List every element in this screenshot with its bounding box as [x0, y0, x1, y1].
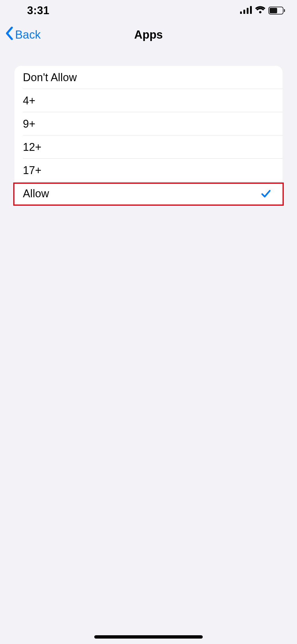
option-cell[interactable]: 9+	[14, 112, 283, 135]
option-cell[interactable]: 12+	[14, 135, 283, 159]
back-button[interactable]: Back	[5, 27, 41, 43]
svg-rect-1	[243, 10, 245, 14]
status-bar: 3:31	[0, 0, 297, 21]
svg-rect-2	[247, 8, 249, 14]
option-cell[interactable]: 4+	[14, 89, 283, 112]
status-icons	[240, 6, 285, 15]
option-cell[interactable]: 17+	[14, 159, 283, 182]
option-cell[interactable]: Allow	[14, 182, 283, 205]
option-label: 9+	[23, 118, 35, 130]
svg-rect-0	[240, 11, 242, 14]
home-indicator	[94, 635, 203, 639]
option-cell[interactable]: Don't Allow	[14, 66, 283, 89]
option-label: 17+	[23, 164, 42, 177]
checkmark-icon	[261, 189, 271, 199]
options-group: Don't Allow4+9+12+17+Allow	[14, 66, 283, 205]
back-label: Back	[15, 28, 41, 41]
option-label: 4+	[23, 94, 35, 107]
option-label: Allow	[23, 187, 49, 200]
option-label: 12+	[23, 141, 42, 154]
option-label: Don't Allow	[23, 71, 77, 84]
cellular-icon	[240, 6, 252, 15]
page-title: Apps	[134, 28, 163, 41]
chevron-left-icon	[5, 27, 14, 43]
svg-rect-3	[250, 6, 252, 14]
nav-bar: Back Apps	[0, 21, 297, 48]
wifi-icon	[255, 6, 265, 15]
status-time: 3:31	[27, 4, 49, 17]
battery-icon	[268, 7, 285, 14]
